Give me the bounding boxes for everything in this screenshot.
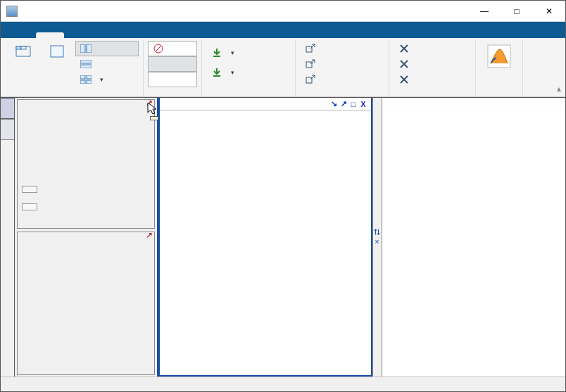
svg-rect-5: [87, 44, 92, 53]
tooltip: [150, 116, 158, 120]
minimize-button[interactable]: —: [468, 1, 501, 22]
tile-header-3d-peaks: ↘ ↗ □ X: [160, 98, 371, 110]
side-tab-different-settings[interactable]: [1, 119, 14, 140]
svg-rect-17: [306, 62, 312, 68]
layout-tabs-button[interactable]: [8, 41, 39, 65]
ribbon-group-dock: [202, 39, 296, 96]
autoexpand-never-button[interactable]: [148, 41, 197, 56]
svg-line-13: [156, 46, 161, 51]
settings-side-panel: ↗ ↗: [15, 98, 158, 376]
undock-selected-button[interactable]: [300, 41, 384, 56]
leftright-icon: [80, 43, 92, 54]
tile-2d-imagesc: [382, 98, 565, 376]
svg-rect-6: [80, 60, 92, 63]
single-icon: [49, 44, 65, 59]
undock-all-button[interactable]: [300, 72, 384, 87]
tab-data[interactable]: [8, 32, 36, 38]
topbottom-icon: [80, 58, 92, 70]
maximize-tile-button[interactable]: [480, 41, 518, 75]
svg-rect-4: [80, 44, 85, 53]
svg-rect-10: [80, 80, 85, 84]
side-tabstrip: [1, 98, 15, 376]
ribbon-group-autoexpand: [144, 39, 202, 96]
close-x-icon: [398, 43, 410, 54]
imagesc-plot: [382, 110, 565, 376]
layout-leftright-button[interactable]: [75, 41, 139, 56]
undock-icon: [305, 58, 316, 70]
ribbon-group-close: [389, 39, 476, 96]
dock-down-icon: [211, 67, 222, 78]
delete-side-panel-button[interactable]: [22, 203, 37, 210]
tabs-icon: [15, 44, 31, 59]
groupbox-something-else: ↗: [17, 232, 155, 374]
close-latest-button[interactable]: [394, 56, 471, 72]
undock-icon: [305, 74, 316, 85]
undock-latest-button[interactable]: [300, 56, 384, 72]
svg-rect-18: [306, 77, 312, 83]
svg-rect-8: [80, 75, 85, 79]
autoexpand-bottom-button[interactable]: [148, 72, 197, 87]
dock-in-selected-button[interactable]: [206, 45, 291, 61]
close-side-panel-button[interactable]: [22, 186, 37, 193]
close-selected-button[interactable]: [394, 41, 471, 56]
svg-rect-2: [21, 46, 26, 49]
tile-header-2d-imagesc: [382, 98, 565, 110]
dock-down-icon: [211, 47, 222, 58]
status-bar: [1, 377, 565, 391]
layout-single-button[interactable]: [42, 41, 73, 65]
peaks-3d-plot: [160, 110, 371, 374]
layout-tilesgrid-button[interactable]: [75, 72, 139, 87]
panel-undock-icon[interactable]: ↗: [146, 230, 153, 240]
ribbon-group-maximize: [476, 39, 523, 96]
app-icon: [6, 6, 18, 17]
tile-undock-icon[interactable]: ↗: [339, 99, 348, 108]
svg-rect-9: [87, 75, 92, 79]
never-icon: [153, 43, 164, 54]
dock-in-empty-button[interactable]: [206, 65, 291, 80]
close-x-icon: [398, 58, 410, 70]
tab-view[interactable]: [36, 32, 64, 38]
svg-rect-15: [213, 75, 220, 77]
svg-rect-11: [87, 80, 92, 84]
svg-rect-16: [306, 46, 312, 52]
svg-rect-7: [80, 65, 92, 68]
undock-icon: [305, 43, 316, 54]
groupbox-other-settings: ↗: [17, 99, 155, 229]
panel-close-icon[interactable]: ↗: [146, 98, 153, 108]
svg-rect-1: [16, 46, 21, 49]
ribbon-group-layout: [4, 39, 144, 96]
ribbon-group-undock: [296, 39, 389, 96]
tile-close-icon[interactable]: X: [358, 100, 368, 108]
svg-rect-3: [51, 46, 63, 57]
maximize-button[interactable]: □: [501, 1, 533, 22]
axes-example-plot: [20, 234, 158, 347]
window-titlebar: — □ ✕: [1, 1, 565, 22]
ribbon-tabstrip: [1, 22, 565, 38]
ribbon: ▴: [1, 38, 565, 97]
svg-rect-14: [213, 56, 220, 57]
tile-splitter[interactable]: ⇄ ×: [372, 98, 382, 376]
close-window-button[interactable]: ✕: [533, 1, 565, 22]
matlab-logo-icon: [486, 44, 512, 69]
tile-3d-peaks: ↘ ↗ □ X: [158, 98, 372, 376]
side-tab-my-settings[interactable]: [1, 98, 14, 119]
grid-icon: [80, 74, 92, 85]
main-area: ↗ ↗ ↘ ↗ □ X ⇄ ×: [1, 97, 565, 376]
tile-max-icon[interactable]: □: [348, 100, 358, 108]
tile-dock-in-icon[interactable]: ↘: [329, 99, 339, 108]
close-all-button[interactable]: [394, 72, 471, 87]
close-x-icon: [398, 74, 410, 85]
splitter-handle-icon: ⇄ ×: [373, 229, 382, 246]
ribbon-expand-icon[interactable]: ▴: [557, 84, 561, 94]
layout-topbottom-button[interactable]: [75, 56, 139, 72]
autoexpand-right-button[interactable]: [148, 56, 197, 72]
